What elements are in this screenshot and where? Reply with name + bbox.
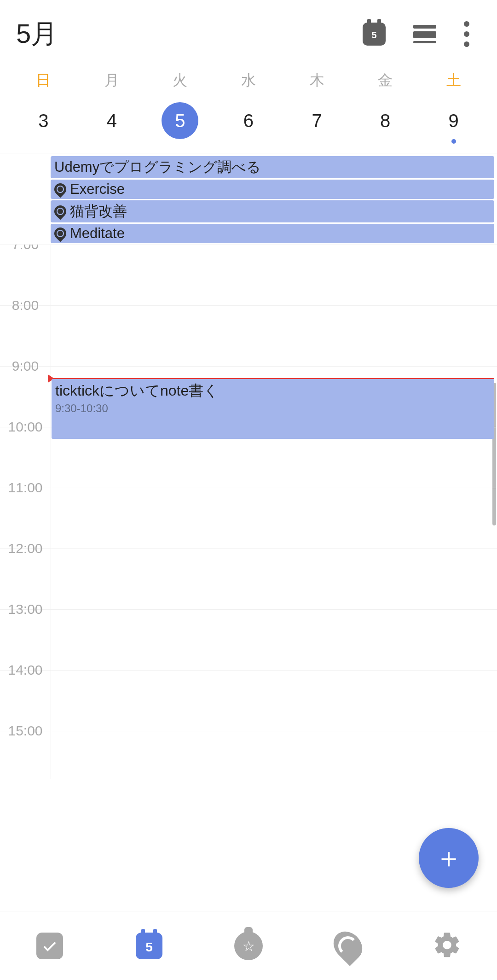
- date-number: 6: [230, 102, 267, 139]
- hour-line: [0, 488, 497, 488]
- allday-event[interactable]: Exercise: [51, 180, 494, 199]
- event-title: Exercise: [70, 181, 125, 198]
- today-icon-number: 5: [371, 30, 376, 41]
- nav-pomo[interactable]: ☆: [199, 932, 298, 960]
- nav-calendar[interactable]: 5: [99, 933, 199, 959]
- add-button[interactable]: ＋: [419, 828, 479, 888]
- date-number: 9: [435, 102, 472, 139]
- hour-line: [0, 245, 497, 245]
- hour-line: [0, 548, 497, 549]
- app-header: 5月 5: [0, 0, 497, 66]
- nav-habit[interactable]: [298, 930, 398, 962]
- hour-line: [0, 670, 497, 671]
- hour-label: 11:00: [0, 480, 51, 496]
- day-of-week: 日: [9, 66, 78, 95]
- timed-event[interactable]: ticktickについてnote書く9:30-10:30: [52, 379, 494, 439]
- bottom-nav: 5 ☆: [0, 911, 497, 980]
- nav-settings[interactable]: [398, 930, 497, 962]
- hour-label: 9:00: [0, 358, 51, 374]
- more-icon[interactable]: [464, 21, 469, 47]
- hour-line: [0, 305, 497, 306]
- hour-label: 12:00: [0, 541, 51, 556]
- event-time: 9:30-10:30: [55, 402, 491, 415]
- allday-event[interactable]: Meditate: [51, 224, 494, 243]
- day-of-week: 金: [351, 66, 420, 95]
- today-icon[interactable]: 5: [363, 23, 386, 46]
- hour-line: [0, 731, 497, 731]
- day-of-week: 火: [146, 66, 214, 95]
- pomo-icon: ☆: [234, 932, 263, 960]
- hour-line: [0, 609, 497, 610]
- header-actions: 5: [363, 21, 469, 47]
- event-title: ticktickについてnote書く: [55, 381, 491, 401]
- day-of-week: 木: [283, 66, 351, 95]
- date-cell[interactable]: 6: [214, 102, 283, 139]
- allday-event[interactable]: 猫背改善: [51, 200, 494, 222]
- view-switch-icon[interactable]: [413, 25, 436, 43]
- day-of-week: 月: [78, 66, 146, 95]
- date-cell[interactable]: 3: [9, 102, 78, 139]
- clock-pin-icon: [52, 181, 69, 198]
- allday-section: Udemyでプログラミング調べるExercise猫背改善Meditate: [51, 156, 497, 243]
- hour-label: 8:00: [0, 298, 51, 313]
- gear-icon: [433, 930, 462, 962]
- allday-event[interactable]: Udemyでプログラミング調べる: [51, 156, 494, 178]
- habit-icon: [328, 926, 368, 966]
- date-number: 7: [299, 102, 335, 139]
- plus-icon: ＋: [435, 840, 462, 877]
- hour-label: 7:00: [0, 245, 51, 252]
- date-cell[interactable]: 7: [283, 102, 351, 139]
- nav-tasks[interactable]: [0, 933, 99, 959]
- week-day-row: 日月火水木金土: [0, 66, 497, 95]
- month-title[interactable]: 5月: [16, 16, 58, 52]
- event-title: Udemyでプログラミング調べる: [54, 158, 261, 177]
- week-date-row: 3456789: [0, 95, 497, 148]
- hour-label: 13:00: [0, 601, 51, 617]
- event-title: 猫背改善: [70, 202, 127, 221]
- date-number: 4: [93, 102, 130, 139]
- timeline[interactable]: 7:008:009:0010:0011:0012:0013:0014:0015:…: [0, 245, 497, 779]
- event-title: Meditate: [70, 225, 125, 242]
- check-icon: [36, 933, 63, 959]
- date-cell[interactable]: 5: [146, 102, 214, 139]
- date-number: 3: [25, 102, 62, 139]
- divider: [0, 153, 497, 153]
- calendar-icon: 5: [136, 933, 162, 959]
- day-of-week: 水: [214, 66, 283, 95]
- nav-calendar-date: 5: [145, 940, 153, 955]
- date-cell[interactable]: 8: [351, 102, 420, 139]
- hour-line: [0, 366, 497, 367]
- date-cell[interactable]: 4: [78, 102, 146, 139]
- clock-pin-icon: [52, 203, 69, 220]
- day-of-week: 土: [419, 66, 488, 95]
- event-dot: [451, 139, 456, 144]
- date-number: 8: [367, 102, 404, 139]
- hour-label: 14:00: [0, 662, 51, 678]
- timeline-gutter: [51, 245, 51, 779]
- hour-label: 10:00: [0, 419, 51, 435]
- hour-label: 15:00: [0, 723, 51, 739]
- clock-pin-icon: [52, 225, 69, 242]
- date-cell[interactable]: 9: [419, 102, 488, 139]
- date-number: 5: [162, 102, 198, 139]
